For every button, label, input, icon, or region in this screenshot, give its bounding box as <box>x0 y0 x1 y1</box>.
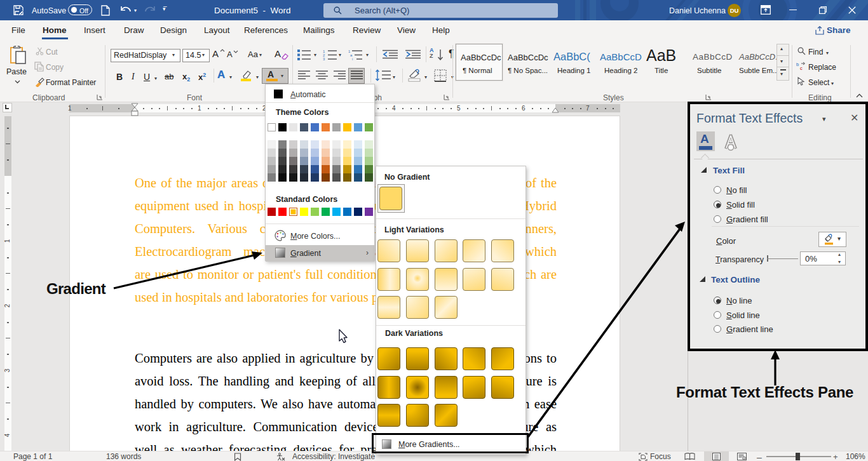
svg-text:b: b <box>796 62 799 67</box>
svg-text:c: c <box>800 65 803 70</box>
svg-text:3: 3 <box>323 57 325 60</box>
svg-text:i: i <box>352 57 353 60</box>
